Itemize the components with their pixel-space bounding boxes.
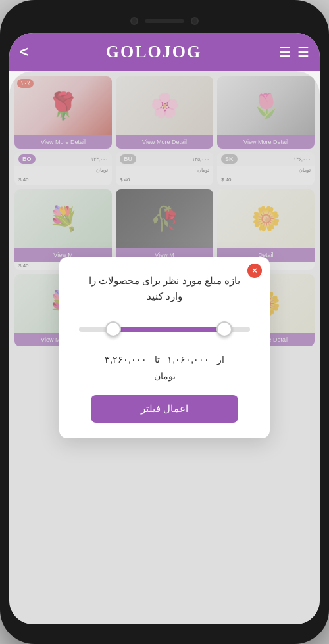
modal-close-button[interactable]: ×: [247, 264, 262, 278]
price-filter-modal: × بازه مبلغ مورد نظر برای محصولات را وار…: [59, 257, 270, 438]
list-icon[interactable]: ☰: [279, 44, 291, 60]
phone-frame: < GOLOJOG ☰ ☰ ۱۰٪ View More Detail: [0, 0, 329, 644]
header: < GOLOJOG ☰ ☰: [9, 33, 320, 71]
app-logo: GOLOJOG: [106, 42, 201, 62]
notch-area: [9, 12, 320, 30]
range-track: [79, 327, 250, 332]
speaker: [145, 19, 184, 23]
filter-icon[interactable]: ☰: [297, 44, 309, 60]
modal-overlay: × بازه مبلغ مورد نظر برای محصولات را وار…: [9, 71, 320, 624]
range-thumb-right[interactable]: [216, 321, 232, 337]
product-area: ۱۰٪ View More Detail View More Detail Vi…: [9, 71, 320, 624]
range-values: از ۱,۰۶۰,۰۰۰ تا ۳,۲۶۰,۰۰۰ تومان: [72, 352, 257, 384]
camera2: [191, 17, 199, 25]
screen: < GOLOJOG ☰ ☰ ۱۰٪ View More Detail: [9, 33, 320, 624]
back-button[interactable]: <: [20, 43, 28, 60]
camera: [130, 17, 138, 25]
apply-filter-button[interactable]: اعمال فیلتر: [91, 395, 238, 423]
range-fill: [113, 327, 224, 332]
modal-title: بازه مبلغ مورد نظر برای محصولات را وارد …: [72, 273, 257, 304]
header-icons: ☰ ☰: [279, 44, 309, 60]
range-thumb-left[interactable]: [105, 321, 121, 337]
range-slider[interactable]: [79, 317, 250, 341]
